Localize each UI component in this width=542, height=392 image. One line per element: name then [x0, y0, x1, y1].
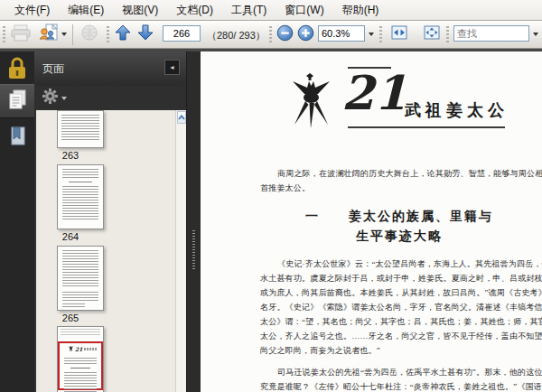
thumbnail-label: 264 — [36, 231, 126, 242]
intro-paragraph: 商周之际，在波澜壮阔的历史大舞台上，论其勋劳、智慧，能够与周公相比肩的 首推姜太… — [260, 166, 542, 195]
paragraph-2: 《史记·齐太公世家》云：“太公望吕尚者，东海上人。其先祖尝为四岳，佐禹平 水土甚… — [260, 257, 542, 358]
navigation-icon-strip — [0, 51, 34, 392]
printer-icon — [11, 24, 31, 45]
chapter-number: 21 — [341, 70, 406, 117]
collaborate-button[interactable] — [36, 23, 60, 45]
thumbnail-text-preview — [70, 368, 90, 369]
pdf-reader-window: 文件(F) 编辑(E) 视图(V) 文档(D) 工具(T) 窗口(W) 帮助(H… — [0, 0, 542, 392]
toolbar-grip — [269, 26, 272, 43]
thumbnail-scrollbar[interactable] — [175, 110, 186, 392]
body-text-line: 太公》谓：“望，其名也；尚父，其字也；吕，其氏也；姜，其姓也；师，其官也；公，其… — [260, 314, 542, 329]
thumbnail-text-preview — [61, 329, 100, 336]
body-text-line: 司马迁说姜太公的先祖“尝为四岳，佐禹平水土甚有功”。那末，他的这位先祖 — [260, 365, 542, 379]
previous-page-button[interactable] — [113, 23, 133, 45]
toolbar-grip — [379, 26, 382, 43]
toolbar-grip — [3, 26, 5, 43]
lock-icon — [6, 70, 28, 85]
section-heading-line: 一 姜太公的族属、里籍与 — [237, 207, 542, 227]
print-button[interactable] — [9, 23, 33, 45]
chevron-up-icon — [178, 115, 185, 120]
bookmarks-panel-button[interactable] — [0, 122, 34, 154]
body-text-line: 太公，齐人之追号之也。……牙之名，尚父之官，皆不见于经传，盖由不知望之即名、 — [260, 329, 542, 343]
thumbnail-page-263[interactable] — [57, 110, 104, 148]
menu-document[interactable]: 文档(D) — [167, 1, 222, 20]
thumbnail-text-preview — [62, 303, 85, 307]
body-text-line: 或为庶人，尚其后苗裔也。本姓姜氏，从其封姓，故曰吕尚。”谯周《古史考》谓姜太公 — [260, 285, 542, 300]
thumbnail-page-266[interactable]: 21 — [57, 326, 104, 392]
chapter-title: 武祖姜太公 — [405, 99, 509, 121]
fit-width-button[interactable] — [388, 23, 410, 45]
toolbar: （280/ 293） — [0, 22, 542, 49]
options-dropdown-icon[interactable] — [61, 97, 67, 100]
minus-circle-icon — [276, 24, 294, 45]
section-heading-line: 生平事迹大略 — [237, 227, 542, 247]
toolbar-grip — [446, 26, 449, 43]
pages-panel-button[interactable] — [0, 84, 34, 118]
plus-circle-icon — [297, 24, 314, 45]
thumbnail-text-preview — [62, 186, 98, 221]
zoom-in-button[interactable] — [295, 23, 315, 45]
collapse-arrow-icon: ◄ — [169, 64, 175, 70]
thumbnail-page-265[interactable] — [57, 246, 104, 311]
chevron-down-icon — [533, 33, 538, 36]
thumbnail-text-preview — [62, 292, 98, 301]
menu-window[interactable]: 窗口(W) — [276, 1, 332, 20]
fit-page-icon — [424, 25, 440, 43]
share-button[interactable] — [78, 23, 101, 45]
menu-help[interactable]: 帮助(H) — [333, 1, 388, 20]
body-text-line: 首推姜太公。 — [260, 181, 542, 195]
thumbnail-text-preview — [64, 372, 97, 392]
menu-tools[interactable]: 工具(T) — [222, 1, 276, 20]
chevron-down-icon — [61, 33, 67, 36]
arrow-down-icon — [137, 23, 154, 45]
body-text-line: 水土甚有功。虞夏之际封于吕，或封于申，姓姜氏。夏商之时，申、吕或封枝庶子孙， — [260, 271, 542, 285]
menu-file[interactable]: 文件(F) — [5, 1, 59, 20]
security-lock-button[interactable] — [6, 55, 28, 86]
find-options-dropdown[interactable] — [531, 23, 540, 45]
panel-options-row — [34, 86, 186, 110]
thumbnail-list: 263 264 265 21 — [36, 110, 186, 392]
panel-title: 页面 — [42, 61, 64, 77]
pages-icon — [7, 89, 27, 114]
chevron-down-icon — [369, 33, 374, 36]
collaborate-dropdown[interactable] — [60, 23, 69, 45]
find-input[interactable] — [453, 25, 529, 42]
panel-header: 页面 ◄ — [34, 51, 186, 86]
zoom-level-input[interactable] — [318, 25, 365, 42]
menu-edit[interactable]: 编辑(E) — [59, 1, 113, 20]
thumbnail-text-preview — [62, 169, 98, 178]
splitter-grip — [192, 230, 195, 270]
thumbnail-page-264[interactable] — [57, 164, 104, 229]
zoom-out-button[interactable] — [275, 23, 294, 45]
page-count-label: （280/ 293） — [207, 29, 266, 42]
body-text-line: 《史记·齐太公世家》云：“太公望吕尚者，东海上人。其先祖尝为四岳，佐禹平 — [260, 257, 542, 271]
toolbar-grip — [107, 26, 109, 43]
pages-panel: 页面 ◄ — [34, 51, 187, 392]
thumbnail-text-preview — [62, 250, 98, 286]
panel-splitter[interactable] — [187, 51, 201, 392]
body-text-line: 商周之际，在波澜壮阔的历史大舞台上，论其勋劳、智慧，能够与周公相比肩的 — [260, 166, 542, 181]
thumbnail-label: 265 — [36, 313, 126, 323]
next-page-button[interactable] — [136, 23, 155, 45]
thumbnail-text-preview — [69, 182, 92, 182]
page-number-input[interactable] — [163, 25, 201, 42]
body-text-line: 尚父之即尚，而妄为之说者也。” — [260, 343, 542, 358]
zoom-dropdown[interactable] — [367, 23, 376, 45]
body-text-line: 名牙。《史记》《索隐》谓姜太公名尚，字牙，官名尚父。清崔述《丰镐考信录》卷八《齐 — [260, 300, 542, 314]
scroll-up-button[interactable] — [177, 111, 186, 124]
gear-icon[interactable] — [42, 89, 58, 107]
arrow-up-icon — [115, 23, 131, 45]
fit-page-button[interactable] — [421, 23, 443, 45]
title-rule-bottom — [348, 126, 505, 128]
paragraph-3: 司马迁说姜太公的先祖“尝为四岳，佐禹平水土甚有功”。那末，他的这位先祖 究竟是谁… — [260, 365, 542, 392]
collaborate-icon — [38, 23, 59, 46]
collapse-panel-button[interactable]: ◄ — [164, 60, 180, 75]
bronze-vessel-glyph — [292, 73, 332, 133]
menu-bar: 文件(F) 编辑(E) 视图(V) 文档(D) 工具(T) 窗口(W) 帮助(H… — [0, 0, 542, 21]
body-text-line: 究竟是谁呢？《左传》昭公十七年杜注：“炎帝神农氏，姜姓之祖也。”《国语·周语下》 — [260, 379, 542, 392]
menu-view[interactable]: 视图(V) — [113, 1, 167, 20]
bookmark-icon — [7, 126, 27, 151]
section-heading: 一 姜太公的族属、里籍与 生平事迹大略 — [237, 207, 542, 247]
document-page[interactable]: 21 武祖姜太公 商周之际，在波澜壮阔的历史大舞台上，论其勋劳、智慧，能够与周公… — [201, 51, 542, 392]
thumbnail-text-preview — [64, 358, 97, 365]
